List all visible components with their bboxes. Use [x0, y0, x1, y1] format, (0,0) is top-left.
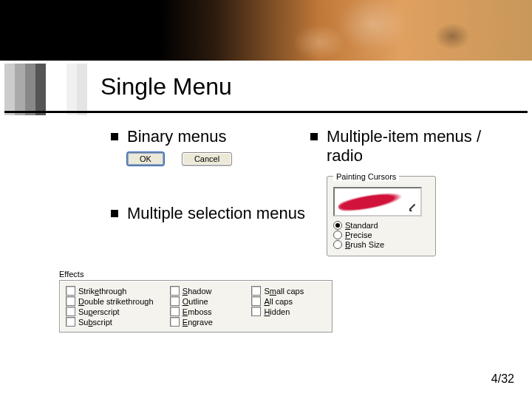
checkbox-option-double-strikethrough[interactable]: Double strikethrough	[66, 296, 163, 306]
radio-icon	[333, 240, 342, 249]
checkbox-option-all-caps[interactable]: All caps	[251, 296, 326, 306]
checkbox-icon	[66, 317, 75, 327]
checkbox-icon	[251, 307, 261, 316]
bullet-multiple-selection: Multiple selection menus	[111, 204, 310, 223]
radio-panel: Painting Cursors StandardPreciseBrush Si…	[327, 172, 436, 256]
checkbox-label: Shadow	[183, 287, 212, 296]
checkbox-icon	[66, 286, 75, 296]
brush-stroke-icon	[337, 185, 413, 216]
bullet-text: Multiple selection menus	[127, 204, 305, 223]
header-strip: Single Menu	[0, 61, 532, 112]
bullet-text: Multiple-item menus / radio	[327, 127, 502, 166]
checkbox-icon	[170, 317, 180, 327]
pencil-icon	[407, 203, 416, 212]
bullet-binary-menus: Binary menus	[111, 127, 310, 146]
checkbox-option-shadow[interactable]: Shadow	[170, 286, 245, 296]
effects-panel: Effects StrikethroughDouble strikethroug…	[59, 270, 332, 332]
radio-icon	[333, 221, 342, 230]
radio-label: Precise	[345, 231, 372, 239]
painting-cursors-group: Painting Cursors StandardPreciseBrush Si…	[327, 172, 436, 256]
radio-label: Standard	[345, 221, 378, 230]
banner-image	[0, 0, 532, 61]
ok-button[interactable]: OK	[127, 152, 164, 166]
checkbox-option-superscript[interactable]: Superscript	[66, 307, 163, 316]
checkbox-label: Emboss	[183, 307, 212, 316]
checkbox-label: Subscript	[78, 318, 112, 327]
checkbox-icon	[251, 296, 261, 306]
radio-icon	[333, 231, 342, 239]
effects-label: Effects	[59, 270, 332, 279]
checkbox-label: Engrave	[183, 318, 213, 327]
slide-title: Single Menu	[100, 73, 232, 100]
checkbox-option-outline[interactable]: Outline	[170, 296, 245, 306]
effects-box: StrikethroughDouble strikethroughSupersc…	[59, 280, 332, 332]
checkbox-option-strikethrough[interactable]: Strikethrough	[66, 286, 163, 296]
checkbox-icon	[170, 296, 180, 306]
radio-group-legend: Painting Cursors	[333, 172, 399, 181]
checkbox-option-emboss[interactable]: Emboss	[170, 307, 245, 316]
checkbox-label: Superscript	[78, 307, 120, 316]
checkbox-icon	[170, 286, 180, 296]
bullet-text: Binary menus	[127, 127, 227, 146]
checkbox-option-small-caps[interactable]: Small caps	[251, 286, 326, 296]
checkbox-option-hidden[interactable]: Hidden	[251, 307, 326, 316]
checkbox-label: Small caps	[264, 287, 304, 296]
cursor-preview	[333, 187, 422, 216]
checkbox-option-engrave[interactable]: Engrave	[170, 317, 245, 327]
radio-label: Brush Size	[345, 240, 384, 249]
bullet-multiple-item-radio: Multiple-item menus / radio	[310, 127, 502, 166]
binary-button-row: OK Cancel	[127, 152, 310, 166]
checkbox-option-subscript[interactable]: Subscript	[66, 317, 163, 327]
checkbox-icon	[66, 296, 75, 306]
radio-option-precise[interactable]: Precise	[333, 231, 429, 239]
radio-option-standard[interactable]: Standard	[333, 221, 429, 230]
bullet-square-icon	[310, 133, 318, 140]
checkbox-label: Strikethrough	[78, 287, 126, 296]
checkbox-icon	[251, 286, 261, 296]
checker-decoration	[0, 61, 96, 112]
checkbox-label: Hidden	[264, 307, 290, 316]
cancel-button[interactable]: Cancel	[182, 152, 232, 166]
title-underline	[4, 111, 528, 113]
checkbox-icon	[170, 307, 180, 316]
checkbox-label: Outline	[183, 297, 208, 306]
checkbox-label: All caps	[264, 297, 293, 306]
page-number: 4/32	[491, 372, 514, 386]
checkbox-icon	[66, 307, 75, 316]
radio-option-brush-size[interactable]: Brush Size	[333, 240, 429, 249]
bullet-square-icon	[111, 210, 118, 217]
bullet-square-icon	[111, 133, 118, 140]
checkbox-label: Double strikethrough	[78, 297, 154, 306]
